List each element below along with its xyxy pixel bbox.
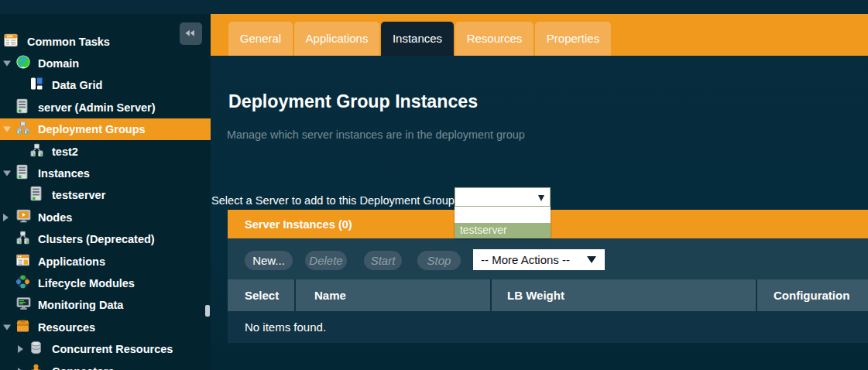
svg-text:###: ### (7, 35, 13, 39)
